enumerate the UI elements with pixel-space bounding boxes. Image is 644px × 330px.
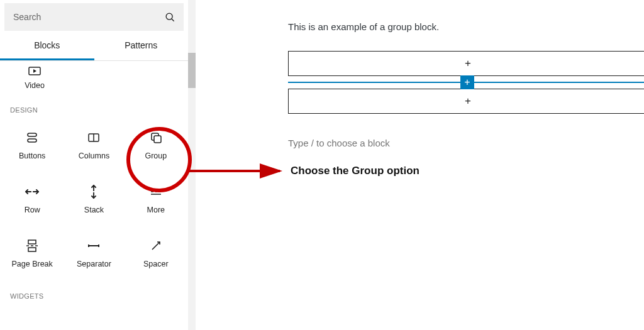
group-icon: [148, 130, 164, 145]
separator-icon: [86, 238, 101, 253]
plus-icon: +: [465, 95, 471, 107]
block-label: Spacer: [143, 260, 169, 268]
svg-rect-3: [28, 133, 36, 136]
page-break-icon: [25, 238, 40, 253]
block-page-break[interactable]: Page Break: [1, 231, 63, 276]
svg-point-0: [166, 13, 172, 19]
block-label: Group: [145, 151, 167, 160]
block-video[interactable]: Video: [5, 63, 64, 90]
block-row[interactable]: Row: [1, 177, 63, 222]
tab-blocks[interactable]: Blocks: [0, 32, 94, 60]
block-label: Buttons: [19, 151, 45, 160]
block-label: Page Break: [12, 260, 53, 268]
block-insertion-point[interactable]: +: [288, 81, 644, 84]
svg-line-1: [172, 19, 174, 21]
block-columns[interactable]: Columns: [63, 123, 125, 168]
block-appender-1[interactable]: +: [288, 51, 644, 76]
block-label: Video: [25, 81, 45, 90]
columns-icon: [86, 130, 101, 145]
block-label: Stack: [84, 206, 104, 214]
search-icon: [156, 11, 184, 23]
block-label: Row: [25, 206, 40, 214]
block-spacer[interactable]: Spacer: [125, 231, 187, 276]
default-block-prompt[interactable]: Type / to choose a block: [288, 138, 644, 148]
block-search[interactable]: [4, 3, 184, 31]
svg-rect-4: [28, 139, 36, 142]
block-inserter-panel: Blocks Patterns Video Design: [0, 0, 189, 330]
insert-block-button[interactable]: +: [460, 75, 474, 89]
block-label: More: [147, 206, 165, 214]
annotation-text: Choose the Group option: [291, 165, 419, 177]
buttons-icon: [25, 130, 40, 145]
category-widgets-heading: Widgets: [0, 276, 188, 309]
block-more[interactable]: More: [125, 177, 187, 222]
category-design-heading: Design: [0, 90, 188, 123]
block-stack[interactable]: Stack: [63, 177, 125, 222]
search-input[interactable]: [4, 12, 156, 22]
more-icon: [148, 184, 164, 199]
block-label: Separator: [77, 260, 111, 268]
block-separator[interactable]: Separator: [63, 231, 125, 276]
block-appender-2[interactable]: +: [288, 89, 644, 114]
svg-rect-8: [154, 136, 161, 143]
row-icon: [25, 184, 40, 199]
plus-icon: +: [464, 77, 470, 88]
paragraph-block[interactable]: This is an example of a group block.: [288, 21, 644, 32]
inserter-tabs: Blocks Patterns: [0, 32, 188, 61]
block-buttons[interactable]: Buttons: [1, 123, 63, 168]
block-label: Columns: [79, 151, 109, 160]
video-icon: [5, 63, 64, 81]
spacer-icon: [148, 238, 164, 253]
plus-icon: +: [465, 57, 471, 70]
tab-patterns[interactable]: Patterns: [94, 32, 189, 60]
stack-icon: [88, 184, 99, 199]
block-group[interactable]: Group: [125, 123, 187, 168]
